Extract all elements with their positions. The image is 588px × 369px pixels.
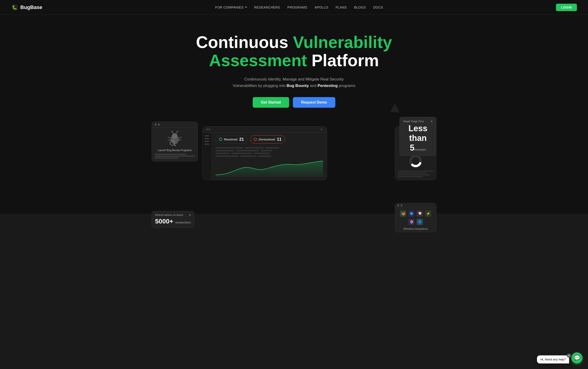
- nav-item-researchers[interactable]: RESEARCHERS: [254, 5, 280, 10]
- dashboard-preview: Rapid Triage Time Less than 5minutes: [147, 122, 441, 205]
- hero-headline: Continuous Vulnerability Assessment Plat…: [196, 33, 392, 70]
- header-dot: [206, 129, 208, 130]
- unresolved-count: 11: [277, 137, 282, 142]
- triage-value: Less than 5minutes: [403, 124, 432, 153]
- line2: [155, 156, 195, 157]
- line3: [155, 157, 178, 158]
- metric-line4: [398, 176, 423, 177]
- triage-dot: [430, 120, 432, 122]
- launch-title: Launch Bug Bounty Programs: [158, 149, 192, 152]
- triage-card: Rapid Triage Time Less than 5minutes: [399, 117, 436, 156]
- chat-button[interactable]: 💬: [571, 352, 582, 363]
- hero-section: Continuous Vulnerability Assessment Plat…: [0, 15, 588, 214]
- hackers-dot: [189, 214, 191, 216]
- chat-widget: ✕ Hi, Need any help? 💬: [537, 352, 582, 363]
- cell10: [216, 155, 239, 157]
- int-dot1: [397, 205, 399, 206]
- cell9: [254, 153, 270, 154]
- svg-line-10: [179, 137, 182, 138]
- window-dot2: [158, 124, 160, 125]
- sidebar-dot4: [204, 144, 209, 145]
- hero-buttons: Get Started Request Demo: [253, 97, 335, 108]
- integration-icon-4: ⚡: [425, 210, 431, 217]
- launch-lines: [155, 154, 195, 158]
- integration-icons: 🐙 🔷 💎 ⚡ 🔮 🔵: [395, 208, 436, 227]
- cell6: [261, 150, 272, 151]
- svg-point-6: [171, 131, 172, 132]
- donut-container: [398, 154, 433, 168]
- sidebar-dot1: [204, 135, 209, 136]
- table-rows: [216, 147, 323, 157]
- svg-text:🐛: 🐛: [12, 5, 17, 10]
- nav-item-companies[interactable]: FOR COMPANIES: [215, 6, 247, 9]
- navbar: 🐛 BugBase FOR COMPANIES RESEARCHERS PROG…: [0, 0, 588, 15]
- header-dot2: [209, 129, 210, 130]
- integration-icon-1: 🐙: [400, 210, 406, 217]
- header-dot3: [321, 129, 322, 130]
- headline-white2: Platform: [307, 51, 379, 70]
- chat-message: Hi, Need any help?: [540, 358, 566, 361]
- logo[interactable]: 🐛 BugBase: [11, 4, 42, 11]
- card-body: Launch Bug Bounty Programs: [152, 128, 198, 161]
- main-dashboard-card: Resolved 21 Unresolved 11: [202, 126, 327, 180]
- int-dot2: [401, 205, 402, 206]
- unresolved-badge: Unresolved 11: [250, 135, 285, 144]
- bug-illustration: [166, 130, 184, 146]
- table-row: [216, 153, 323, 154]
- hackers-label: Ethical hackers on board: [155, 214, 191, 216]
- headline-green1: Vulnerability: [293, 33, 392, 51]
- dashboard-content: Resolved 21 Unresolved 11: [212, 133, 327, 180]
- nav-item-apollo[interactable]: APOLLO: [315, 5, 328, 10]
- hackers-badge: Ethical hackers on board 5000+ researche…: [152, 211, 194, 228]
- sidebar-dot3: [204, 141, 209, 142]
- sidebar-dot2: [204, 138, 209, 139]
- window-dot1: [155, 124, 157, 125]
- unresolved-label: Unresolved: [259, 138, 275, 141]
- launch-bounty-card: Launch Bug Bounty Programs: [152, 122, 198, 162]
- chevron-down-icon: [245, 7, 247, 8]
- sidebar-mini: [203, 133, 212, 180]
- cell2: [245, 147, 263, 149]
- headline-white1: Continuous: [196, 33, 293, 51]
- chat-bubble: ✕ Hi, Need any help?: [537, 355, 569, 363]
- subtitle-bold1: Bug Bounty: [287, 83, 309, 88]
- cell1: [216, 147, 243, 149]
- logo-text: BugBase: [20, 4, 42, 10]
- cell5: [236, 150, 259, 151]
- svg-line-13: [174, 145, 176, 146]
- svg-point-3: [172, 133, 178, 139]
- nav-item-programs[interactable]: PROGRAMS: [288, 5, 307, 10]
- metric-line1: [398, 171, 433, 172]
- nav-item-blogs[interactable]: BLOGS: [354, 5, 366, 10]
- get-started-button[interactable]: Get Started: [253, 97, 289, 108]
- hackers-count: 5000+ researchers: [155, 218, 191, 225]
- triage-title: Rapid Triage Time: [403, 120, 432, 123]
- card-header: [152, 122, 198, 128]
- subtitle-bold2: Pentesting: [317, 83, 338, 88]
- login-button[interactable]: LOGIN: [556, 4, 577, 11]
- cell7: [216, 153, 229, 154]
- nav-item-plans[interactable]: PLANS: [336, 5, 346, 10]
- request-demo-button[interactable]: Request Demo: [293, 97, 335, 108]
- cell3: [265, 147, 279, 149]
- integrations-label: Effortless integrations: [395, 227, 436, 232]
- integration-icon-5: 🔮: [408, 219, 415, 225]
- hero-subtitle: Continuously Identify, Manage and Mitiga…: [232, 76, 356, 89]
- headline-green2: Assessment: [209, 51, 307, 70]
- nav-item-docs[interactable]: DOCS: [373, 5, 383, 10]
- dashboard-header: [203, 126, 327, 133]
- cell4: [216, 150, 234, 151]
- cell8: [231, 153, 252, 154]
- dashboard-body: Resolved 21 Unresolved 11: [203, 133, 327, 180]
- chat-close-icon[interactable]: ✕: [567, 354, 571, 358]
- integrations-card: 🐙 🔷 💎 ⚡ 🔮 🔵 Effortless integrations: [395, 203, 436, 232]
- triage-number: 5: [410, 143, 414, 153]
- metric-line2: [398, 173, 426, 174]
- svg-point-7: [177, 131, 178, 132]
- line1: [155, 154, 187, 155]
- resolved-count: 21: [239, 137, 244, 142]
- chart-area: [216, 159, 323, 177]
- svg-line-8: [168, 137, 170, 138]
- triangle-decoration: [390, 103, 399, 112]
- hackers-sub: researchers: [175, 221, 191, 224]
